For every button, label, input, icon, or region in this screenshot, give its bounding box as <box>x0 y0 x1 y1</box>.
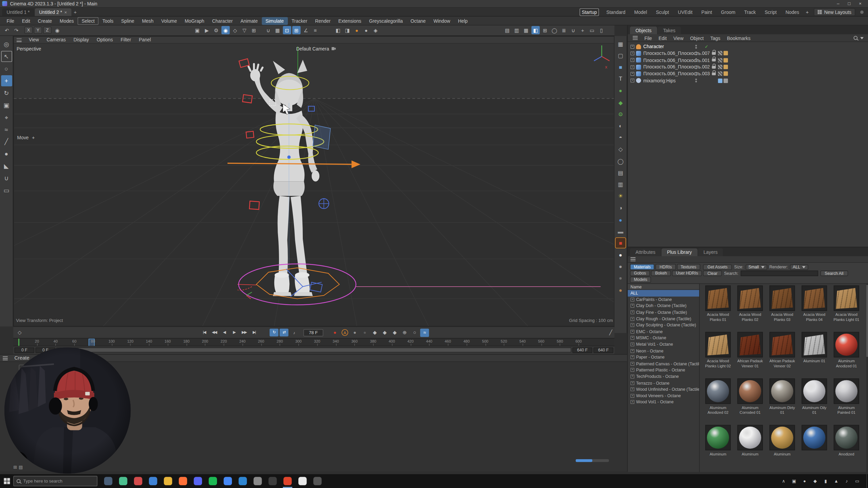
loop-button[interactable]: ↻ <box>270 329 278 337</box>
taskbar-app-green[interactable] <box>116 474 131 488</box>
expand-icon[interactable]: + <box>631 79 634 82</box>
expand-icon[interactable]: + <box>631 400 634 404</box>
tab-objects[interactable]: Objects <box>630 26 657 34</box>
gsg-plugin-button[interactable]: ● <box>353 26 361 34</box>
library-metal-vol1-octane[interactable]: +Metal Vol1 - Octane <box>628 341 699 348</box>
volume-icon[interactable]: ♪ <box>843 477 850 485</box>
octane-material-icon[interactable]: ■ <box>616 238 626 248</box>
rotation-key-toggle[interactable]: ◆ <box>390 328 399 337</box>
lock-icon[interactable] <box>712 73 716 75</box>
pla-key-toggle[interactable]: ○ <box>410 328 419 337</box>
material-aluminum-dirty-01[interactable]: Aluminum Dirty01 <box>766 379 798 425</box>
play-button[interactable]: ▶ <box>230 329 239 337</box>
sound-button[interactable]: ♪ <box>290 329 298 337</box>
material-manager-menu-icon[interactable] <box>3 356 8 360</box>
expand-icon[interactable]: + <box>631 317 634 321</box>
taskbar-app-folder[interactable] <box>160 474 175 488</box>
viewport-menu-display[interactable]: Display <box>70 37 93 42</box>
weight-tag-icon[interactable] <box>724 51 728 56</box>
object-row-плоскость-006-плоскость-002[interactable]: +Плоскость.006_Плоскость.002 <box>628 64 771 70</box>
octane-plugin-button[interactable]: ● <box>362 26 370 34</box>
grid-toggle-button[interactable]: ⊞ <box>541 26 549 34</box>
menu-spline[interactable]: Spline <box>117 17 138 25</box>
size-dropdown[interactable]: Small <box>746 264 767 270</box>
text-tool-icon[interactable]: T <box>616 74 626 84</box>
toggle-active-view-button[interactable]: ◧ <box>531 26 539 34</box>
previous-frame-button[interactable]: ◀ <box>220 329 229 337</box>
phong-tag-icon[interactable] <box>718 51 723 56</box>
category-user-hdris[interactable]: User HDRIs <box>672 270 702 276</box>
material-view-icons[interactable]: ⊞▤ <box>13 465 23 470</box>
layout-paint[interactable]: Paint <box>700 8 714 15</box>
render-region-icon[interactable]: ▢ <box>616 50 626 60</box>
library-clay-sculpting-octane-tactile[interactable]: +Clay Sculpting - Octane (Tactile) <box>628 322 699 328</box>
layout-track[interactable]: Track <box>743 8 757 15</box>
expand-icon[interactable]: + <box>631 298 634 301</box>
search-icon[interactable] <box>854 36 857 40</box>
material-aluminum-painted-01[interactable]: AluminumPainted 01 <box>830 379 863 425</box>
timeline-ruler[interactable]: 2040608010012014016018020022024026028030… <box>13 338 614 346</box>
material-aluminum-01[interactable]: Aluminum 01 <box>798 332 830 379</box>
measure-button[interactable]: ▭ <box>588 26 596 34</box>
tab-layers[interactable]: Layers <box>698 248 723 256</box>
menu-help[interactable]: Help <box>454 17 471 25</box>
visibility-dots[interactable] <box>695 45 697 48</box>
rotate-tool[interactable]: ↻ <box>1 87 12 99</box>
library-patterned-plastic-octane[interactable]: +Patterned Plastic - Octane <box>628 367 699 373</box>
tab-plus-library[interactable]: Plus Library <box>662 248 697 256</box>
menu-simulate[interactable]: Simulate <box>262 17 288 25</box>
redo-button[interactable]: ↷ <box>12 26 20 34</box>
menu-tracker[interactable]: Tracker <box>288 17 311 25</box>
pingpong-button[interactable]: ⇄ <box>279 329 288 337</box>
library-msmc-octane[interactable]: +MSMC - Octane <box>628 335 699 341</box>
snap-3d-button[interactable]: ∪ <box>569 26 577 34</box>
spline-icon[interactable]: ◇ <box>616 144 626 154</box>
close-tab-icon[interactable]: × <box>64 10 67 15</box>
material-acacia-wood-planks-light-01[interactable]: Acacia WoodPlanks Light 01 <box>830 285 863 332</box>
coordinate-system-button[interactable]: ◉ <box>53 26 61 34</box>
visibility-dots[interactable] <box>695 58 697 62</box>
simulation-tool[interactable]: ≈ <box>1 124 12 135</box>
deformers-button[interactable]: ▽ <box>240 26 249 34</box>
library-wood-veneers-octane[interactable]: +Wood Veneers - Octane <box>628 392 699 399</box>
library-clay-fine-octane-tactile[interactable]: +Clay Fine - Octane (Tactile) <box>628 309 699 316</box>
material-aluminum-anodized-02[interactable]: AluminumAnodized 02 <box>702 379 734 425</box>
new-layouts-button[interactable]: New Layouts <box>814 8 855 16</box>
material-aluminum-anodized-01[interactable]: AluminumAnodized 01 <box>830 332 863 379</box>
network-icon[interactable]: ▲ <box>833 477 840 485</box>
viewport-menu-panel[interactable]: Panel <box>135 37 155 42</box>
lock-icon[interactable] <box>712 59 716 61</box>
library-patterned-canvas-octane-tactile[interactable]: +Patterned Canvas - Octane (Tactile) <box>628 361 699 367</box>
show-desktop-button[interactable] <box>866 474 868 488</box>
thumbnail-zoom-slider[interactable] <box>576 459 609 462</box>
layout-uvedit[interactable]: UVEdit <box>676 8 694 15</box>
close-button[interactable]: × <box>855 0 866 7</box>
filter-caret-icon[interactable] <box>860 37 864 39</box>
renderer-dropdown[interactable]: ALL <box>790 264 808 270</box>
taskbar-app-steam[interactable] <box>101 474 116 488</box>
material-item[interactable] <box>798 425 830 471</box>
material-anodized[interactable]: Anodized <box>830 425 863 471</box>
tray-app-2-icon[interactable]: ● <box>801 477 808 485</box>
document-tab-untitled-1[interactable]: Untitled 1 * <box>2 8 34 16</box>
tab-takes[interactable]: Takes <box>657 26 681 34</box>
menu-create[interactable]: Create <box>34 17 56 25</box>
stats-button[interactable]: ≣ <box>560 26 568 34</box>
material-african-padauk-veneer-01[interactable]: African PadaukVeneer 01 <box>734 332 766 379</box>
phong-tag-icon[interactable] <box>718 65 723 69</box>
modeling-settings-button[interactable]: ≡ <box>311 26 319 34</box>
material-ball-bronze-icon[interactable]: ● <box>616 285 626 295</box>
move-tool[interactable]: + <box>1 75 12 86</box>
magnet-tool[interactable]: ∪ <box>1 172 12 184</box>
object-row-плоскость-006-плоскость-001[interactable]: +Плоскость.006_Плоскость.001 <box>628 57 771 63</box>
expand-icon[interactable]: + <box>631 310 634 314</box>
visibility-dots[interactable] <box>695 72 697 76</box>
library-neon-octane[interactable]: +Neon - Octane <box>628 348 699 354</box>
object-row-плоскость-006-плоскость-003[interactable]: +Плоскость.006_Плоскость.003 <box>628 70 771 77</box>
menu-render[interactable]: Render <box>311 17 334 25</box>
range-end-field[interactable]: 640 F <box>572 347 592 352</box>
range-start-field[interactable]: 0 F <box>14 347 34 352</box>
fields-button[interactable]: ⊞ <box>250 26 258 34</box>
category-textures[interactable]: Textures <box>677 264 700 270</box>
objects-menu-file[interactable]: File <box>641 35 655 41</box>
